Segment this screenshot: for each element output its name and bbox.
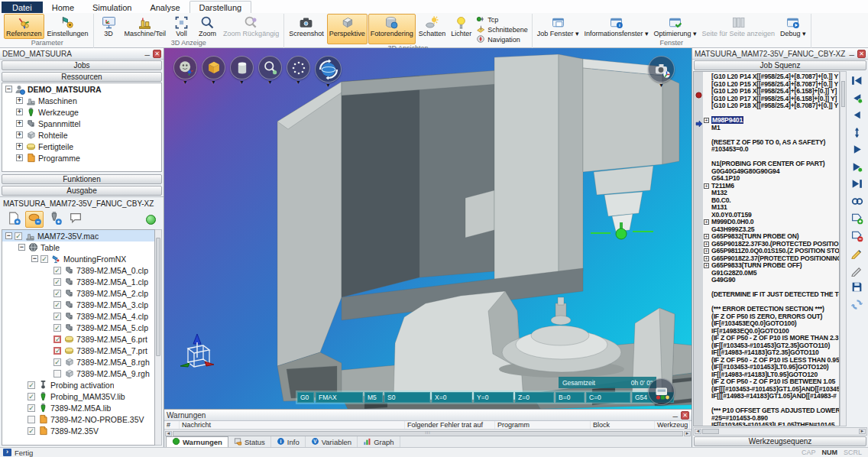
reset-start-button[interactable] xyxy=(850,92,863,105)
tag-remove-button[interactable] xyxy=(850,229,863,242)
scroll-right-arrow[interactable]: ► xyxy=(684,431,691,436)
tool-badge-button[interactable] xyxy=(46,211,64,228)
viewport-button-camera-axis[interactable]: ▼ xyxy=(648,56,675,88)
expand-icon[interactable]: + xyxy=(704,263,709,268)
viewport-button-zoom-lens[interactable]: ▼ xyxy=(258,56,282,85)
ribbon-button-job-fenster[interactable]: Job Fenster ▾ xyxy=(535,14,581,39)
section-werkzeugsequenz[interactable]: Werkzeugsequenz xyxy=(694,436,866,446)
ribbon-button-schnittebene[interactable]: Schnittebene xyxy=(474,25,530,34)
expand-icon[interactable]: + xyxy=(704,118,709,123)
ribbon-tab-simulation[interactable]: Simulation xyxy=(83,2,141,13)
close-icon[interactable]: ✕ xyxy=(153,50,161,58)
scroll-right-arrow[interactable]: ► xyxy=(859,429,866,434)
ribbon-button-referenzen[interactable]: Referenzen xyxy=(4,14,44,39)
step-back-button[interactable] xyxy=(850,109,863,122)
job-tree-scrollbar[interactable] xyxy=(155,229,162,446)
ribbon-button-perspektive[interactable]: Perspektive xyxy=(327,14,368,44)
tree-row-root[interactable]: −DEMO_MATSUURA xyxy=(2,83,161,95)
ribbon-button-schatten[interactable]: Schatten xyxy=(416,14,449,44)
item-checkbox[interactable]: ✓ xyxy=(15,232,22,240)
code-hscrollbar[interactable]: ◄ ► xyxy=(693,427,867,436)
ribbon-button-tcp[interactable]: Tcp xyxy=(474,15,530,24)
warnings-hscrollbar[interactable]: ◄ ► xyxy=(164,429,691,436)
breakpoint-icon[interactable] xyxy=(695,88,702,95)
scroll-thumb[interactable] xyxy=(702,429,719,434)
expand-icon[interactable]: + xyxy=(16,120,23,127)
code-line[interactable]: M1 xyxy=(703,125,839,132)
ribbon-button-einstellungen[interactable]: Einstellungen xyxy=(45,14,91,39)
viewport-button-view-orientation[interactable]: ▼ xyxy=(173,56,197,85)
item-checkbox[interactable]: ✓ xyxy=(28,393,35,400)
warnings-column-block[interactable]: Block xyxy=(591,421,655,429)
expand-icon[interactable]: + xyxy=(704,248,709,254)
save-button[interactable] xyxy=(850,280,863,293)
ribbon-button-zoom[interactable]: Zoom xyxy=(195,14,220,39)
code-line[interactable]: IF[[[#14983-#14183]GT1.05]AND[[#14983-# xyxy=(703,393,839,400)
item-checkbox[interactable]: ✓ xyxy=(53,313,61,320)
code-line[interactable]: (DETERMINE IF IT JUST DETECTED THE TO xyxy=(703,291,839,299)
ribbon-button-voll[interactable]: Voll xyxy=(169,14,194,39)
item-checkbox[interactable]: ✓ xyxy=(53,301,61,309)
tree-row-werkzeuge[interactable]: +Werkzeuge xyxy=(2,106,161,118)
collapse-expander[interactable]: − xyxy=(5,232,12,239)
comment-button[interactable] xyxy=(66,211,85,228)
expand-icon[interactable]: + xyxy=(704,234,709,239)
job-tree-row[interactable]: ✓7389-M2.M5A.lib xyxy=(2,402,154,413)
warnings-column-programm[interactable]: Programm xyxy=(495,421,591,429)
ribbon-tab-datei[interactable]: Datei xyxy=(2,2,43,13)
ribbon-button-informationsfenster[interactable]: iInformationsfenster ▾ xyxy=(581,14,650,39)
job-tree-row[interactable]: ✓7389-M2.M5A_2.clp xyxy=(2,287,154,299)
ribbon-tab-analyse[interactable]: Analyse xyxy=(141,2,189,13)
item-checkbox[interactable] xyxy=(53,370,61,378)
expand-icon[interactable]: + xyxy=(704,241,709,247)
collapse-expander[interactable]: − xyxy=(5,86,12,92)
section-jobs[interactable]: Jobs xyxy=(2,60,162,70)
code-line[interactable]: IF[[#103453-#101453]LE1.05]THEN#10145 xyxy=(703,422,839,426)
code-line[interactable]: #103453=0.0 xyxy=(703,146,839,154)
viewport-button-control-panel[interactable] xyxy=(648,378,675,405)
pin-icon[interactable]: ⚊ xyxy=(143,50,151,58)
collapse-expander[interactable]: − xyxy=(31,255,38,262)
expand-icon[interactable]: + xyxy=(16,131,23,138)
job-tree-row[interactable]: −Table xyxy=(2,241,154,253)
job-tree-row[interactable]: ✓7389-M2.M5A_4.clp xyxy=(2,310,154,322)
ribbon-button-debug[interactable]: Debug ▾ xyxy=(778,14,808,39)
viewport-button-nav-sphere[interactable]: ▼ xyxy=(315,56,342,88)
run-end-button[interactable] xyxy=(850,160,863,173)
ribbon-button-maschine-teil[interactable]: Maschine/Teil xyxy=(122,14,169,39)
ribbon-tab-darstellung[interactable]: Darstellung xyxy=(189,1,252,13)
warnings-column-nachricht[interactable]: Nachricht xyxy=(180,421,405,429)
ribbon-button-3d[interactable]: 3D xyxy=(96,14,121,39)
machine-3d-render[interactable] xyxy=(164,48,691,409)
tab-warnungen[interactable]: Warnungen xyxy=(166,436,228,447)
expand-icon[interactable]: + xyxy=(16,143,23,150)
tab-info[interactable]: iInfo xyxy=(271,436,306,447)
find-loop-button[interactable] xyxy=(850,195,863,208)
warnings-column-folgender-fehler-trat-auf[interactable]: Folgender Fehler trat auf xyxy=(405,421,495,429)
section-funktionen[interactable]: Funktionen xyxy=(2,174,162,184)
jump-to-button[interactable] xyxy=(850,126,863,139)
tab-status[interactable]: Status xyxy=(228,436,271,447)
tree-row-maschinen[interactable]: +Maschinen xyxy=(2,95,161,106)
scroll-thumb[interactable] xyxy=(173,431,683,436)
breakpoint-gutter[interactable] xyxy=(693,71,703,426)
tree-row-rohteile[interactable]: +Rohteile xyxy=(2,129,161,141)
chevron-down-icon[interactable]: ▼ xyxy=(267,80,273,85)
job-tree-row[interactable]: 7389-M2.M5A_9.rgh xyxy=(2,368,154,379)
part-badge-button[interactable] xyxy=(25,211,44,228)
close-icon[interactable]: ✕ xyxy=(857,50,866,58)
code-line[interactable]: [G10 L20 P18 X[[#958/25.4]+[8.7087]+[0.]… xyxy=(703,102,839,110)
scroll-left-arrow[interactable]: ◄ xyxy=(165,431,172,436)
chevron-down-icon[interactable]: ▼ xyxy=(296,80,301,85)
item-checkbox[interactable]: ✓ xyxy=(28,381,35,389)
section-ressourcen[interactable]: Ressourcen xyxy=(2,72,162,82)
item-checkbox[interactable]: ✓ xyxy=(53,290,61,297)
viewport-button-stock-cylinder[interactable]: ▼ xyxy=(230,56,254,85)
play-button[interactable] xyxy=(850,143,863,156)
expand-icon[interactable]: + xyxy=(704,219,709,225)
expand-icon[interactable]: + xyxy=(16,97,23,104)
item-checkbox[interactable] xyxy=(28,416,35,423)
chevron-down-icon[interactable]: ▼ xyxy=(211,80,216,85)
job-tree-row[interactable]: ✓7389-M2.35V xyxy=(2,425,154,436)
viewport-button-iso-cube[interactable]: ▼ xyxy=(202,56,225,85)
